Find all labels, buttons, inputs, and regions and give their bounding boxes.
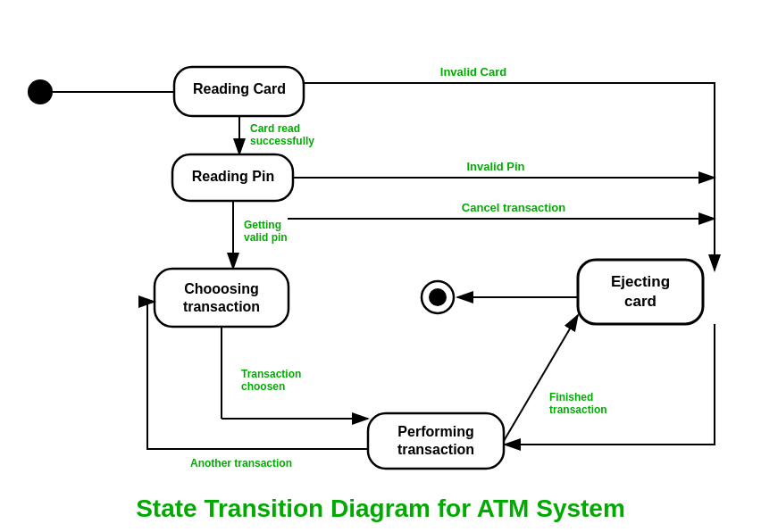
label-another: Another transaction — [190, 457, 292, 470]
label-transaction-choosen2: choosen — [241, 380, 285, 393]
state-choosing-label1: Chooosing — [184, 281, 259, 296]
history-state-inner — [429, 288, 447, 306]
label-getting-pin: Getting — [244, 219, 281, 231]
diagram-title: State Transition Diagram for ATM System — [0, 495, 761, 523]
label-invalid-pin: Invalid Pin — [466, 160, 524, 173]
state-ejecting-label1: Ejecting — [611, 273, 670, 290]
state-reading-pin-label: Reading Pin — [192, 169, 274, 184]
state-performing — [368, 413, 504, 469]
state-reading-card-label: Reading Card — [193, 81, 286, 96]
label-card-read2: successfully — [250, 135, 314, 147]
state-ejecting-label2: card — [624, 293, 656, 310]
state-performing-label1: Performing — [397, 424, 473, 439]
label-finished2: transaction — [549, 403, 607, 416]
state-performing-label2: transaction — [397, 442, 474, 457]
label-getting-pin2: valid pin — [244, 231, 288, 244]
arrow-finished — [504, 315, 578, 441]
label-invalid-card: Invalid Card — [440, 65, 506, 79]
label-cancel: Cancel transaction — [462, 201, 565, 214]
label-finished1: Finished — [549, 391, 593, 403]
initial-state — [28, 79, 53, 104]
state-choosing-label2: transaction — [183, 299, 260, 314]
state-ejecting — [578, 260, 703, 324]
state-choosing — [155, 269, 289, 327]
label-card-read: Card read — [250, 122, 300, 135]
label-transaction-choosen1: Transaction — [241, 368, 301, 380]
diagram-container: Reading Card Invalid Card Card read succ… — [0, 0, 761, 532]
